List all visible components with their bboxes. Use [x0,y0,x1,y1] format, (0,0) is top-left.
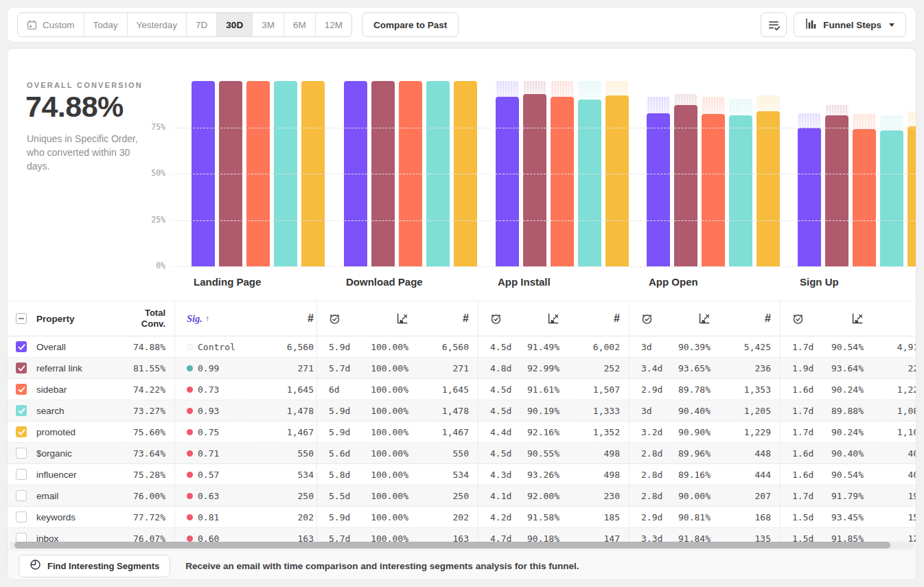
segment-checkbox[interactable] [16,490,27,501]
segment-checkbox[interactable] [16,469,27,480]
total-conv-column-header[interactable]: Total Conv. [132,308,165,330]
converted-count-value: 5,425 [721,342,771,352]
property-name[interactable]: keywords [36,512,133,522]
conversion-rate-value: 100.00% [365,363,408,373]
date-range-label: Yesterday [137,20,178,30]
funnel-bar-sidebar-step3[interactable] [551,97,574,266]
property-name[interactable]: influencer [36,470,133,480]
funnel-bar-sidebar-step4[interactable] [702,114,725,266]
chart-type-dropdown[interactable]: Funnel Steps [794,12,906,37]
date-range-today[interactable]: Today [84,13,128,36]
conversion-chart-icon[interactable] [547,312,559,325]
y-tick-label: 75% [124,122,165,132]
conversion-rate-value: 100.00% [365,427,408,437]
segment-checkbox[interactable] [16,405,27,416]
property-name[interactable]: search [36,406,133,416]
funnel-bar-search-step4[interactable] [729,115,752,266]
segment-checkbox[interactable] [16,341,27,352]
find-interesting-segments-button[interactable]: Find Interesting Segments [19,555,170,577]
conversion-rate-value: 90.81% [677,512,711,522]
date-range-yesterday[interactable]: Yesterday [128,13,187,36]
converted-count-value: 1,507 [570,384,620,395]
avg-time-value: 1.9d [792,363,828,373]
step-5-cells: 1.6d90.40%405 [780,443,916,463]
date-range-6m[interactable]: 6M [284,13,316,36]
property-name[interactable]: sidebar [36,384,133,395]
segment-checkbox[interactable] [16,511,27,522]
conversion-chart-icon[interactable] [851,312,864,325]
clock-check-icon[interactable] [329,313,340,325]
horizontal-scrollbar-track[interactable] [9,542,914,549]
clock-check-icon[interactable] [490,313,502,325]
property-column-header[interactable]: Property [36,314,132,324]
avg-time-value: 1.7d [792,342,828,352]
sig-value: 0.99 [198,363,219,373]
gridline-25% [172,220,916,221]
funnel-bar-Overall-step5[interactable] [798,128,821,266]
converted-count-value: 230 [570,491,620,501]
funnel-bar-Overall-step4[interactable] [647,113,670,266]
y-tick-label: 50% [124,168,165,178]
report-options-button[interactable] [761,12,787,37]
avg-time-value: 4.3d [490,470,526,480]
count-column-header[interactable]: # [419,312,469,325]
count-column-header[interactable]: # [570,312,620,325]
date-range-label: 3M [262,20,275,30]
property-name[interactable]: referral link [36,363,133,373]
select-all-checkbox[interactable] [16,313,27,324]
conversion-chart-icon[interactable] [396,312,408,325]
funnel-bar-sidebar-step5[interactable] [853,129,876,266]
compare-to-past-button[interactable]: Compare to Past [362,12,459,37]
segment-checkbox[interactable] [16,384,27,395]
funnel-bar-search-step5[interactable] [880,130,903,266]
property-name[interactable]: $organic [36,448,133,459]
sig-dot-negative [187,408,193,414]
total-conversion-value: 74.88% [133,342,165,352]
converted-count-value: 498 [570,448,620,459]
date-range-3m[interactable]: 3M [253,13,284,36]
funnel-bar-promoted-step4[interactable] [756,111,780,266]
step-5-cells: 1.9d93.64%221 [780,358,916,378]
segment-checkbox[interactable] [16,362,27,373]
count-column-header[interactable]: # [721,312,771,325]
count-column-header[interactable]: # [875,312,916,325]
converted-count-value: 1,467 [419,427,469,437]
step-2-cells: 5.6d100.00%550 [316,443,478,463]
sig-column-header[interactable]: Sig. [187,313,203,325]
converted-count-value: 252 [570,363,620,373]
funnel-bar-promoted-step5[interactable] [908,126,916,266]
date-range-12m[interactable]: 12M [316,13,351,36]
horizontal-scrollbar-thumb[interactable] [14,542,890,549]
property-name[interactable]: promoted [36,427,133,437]
conversion-chart-icon[interactable] [698,312,711,325]
date-range-custom[interactable]: Custom [18,13,84,36]
chevron-down-icon [889,23,894,27]
funnel-bar-referral-link-step3[interactable] [523,94,546,266]
funnel-bar-search-step3[interactable] [578,100,601,267]
step-1-count: 202 [298,512,314,522]
clock-check-icon[interactable] [641,313,653,325]
funnel-bar-cap [702,97,725,114]
sig-dot-control [187,344,193,350]
table-row-influencer: influencer75.28%0.575345.8d100.00%5344.3… [8,464,916,485]
funnel-bar-cap [853,114,876,129]
converted-count-value: 1,333 [570,406,620,416]
converted-count-value: 6,002 [570,342,620,352]
avg-time-value: 5.5d [329,491,365,501]
date-range-7d[interactable]: 7D [187,13,217,36]
converted-count-value: 185 [570,512,620,522]
property-name[interactable]: email [36,491,133,501]
funnel-bar-Overall-step3[interactable] [496,97,519,266]
funnel-bar-cap [647,97,670,113]
clock-check-icon[interactable] [792,313,804,325]
property-name[interactable]: Overall [36,342,133,352]
footer-message: Receive an email with time comparison an… [185,561,579,571]
count-column-header[interactable]: # [308,312,314,325]
funnel-bar-promoted-step3[interactable] [605,95,629,266]
funnel-bar-referral-link-step4[interactable] [674,105,697,266]
funnel-bar-referral-link-step5[interactable] [825,115,848,266]
segment-checkbox[interactable] [16,448,27,459]
date-range-30d[interactable]: 30D [217,13,253,36]
segment-checkbox[interactable] [16,426,27,437]
converted-count-value: 444 [721,470,771,480]
